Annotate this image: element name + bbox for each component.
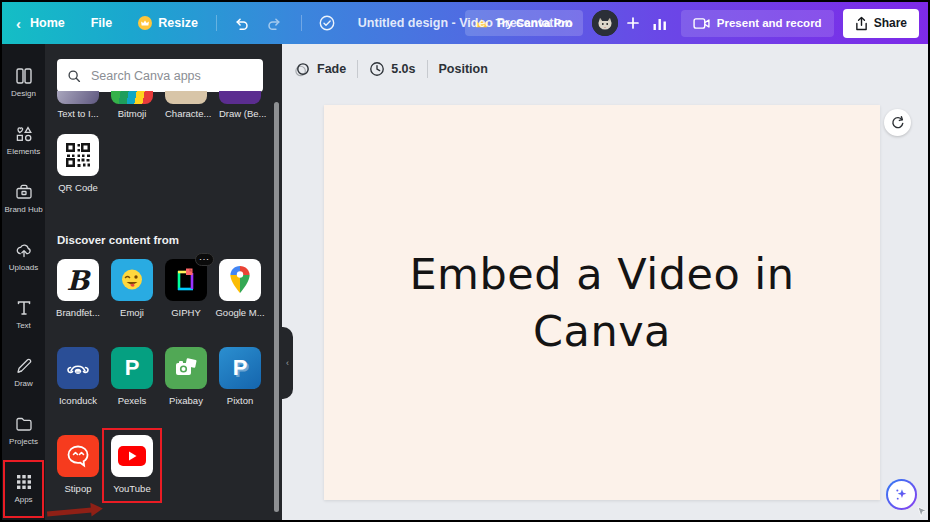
- app-label: GIPHY: [171, 307, 201, 318]
- back-chevron-icon[interactable]: ‹: [16, 15, 21, 32]
- app-google-maps[interactable]: Google M...: [219, 259, 261, 318]
- file-menu-button[interactable]: File: [91, 16, 113, 30]
- toolbar-divider: [427, 60, 428, 78]
- pixton-icon: [219, 347, 261, 389]
- share-button[interactable]: Share: [843, 9, 919, 38]
- design-icon: [14, 66, 34, 86]
- annotation-arrow: [46, 502, 103, 521]
- app-text-to-image[interactable]: [57, 91, 99, 104]
- assistant-sparkle-button[interactable]: [886, 479, 917, 510]
- sidebar-item-label: Elements: [7, 147, 40, 156]
- clock-icon: [369, 61, 385, 77]
- app-label: Stipop: [65, 483, 92, 494]
- search-input[interactable]: [89, 68, 254, 84]
- app-iconduck[interactable]: Iconduck: [57, 347, 99, 406]
- slide-canvas[interactable]: Embed a Video in Canva: [324, 105, 880, 500]
- app-characters[interactable]: [165, 91, 207, 104]
- panel-collapse-tab[interactable]: [282, 327, 293, 399]
- sidebar-item-label: Text: [16, 321, 31, 330]
- uploads-icon: [14, 240, 34, 260]
- account-avatar[interactable]: [592, 10, 618, 36]
- sidebar-item-elements[interactable]: Elements: [2, 116, 45, 164]
- fade-transition-button[interactable]: Fade: [294, 61, 346, 78]
- slide-title-text[interactable]: Embed a Video in Canva: [409, 246, 794, 360]
- sidebar-item-apps[interactable]: Apps: [2, 464, 45, 512]
- app-giphy[interactable]: GIPHY: [165, 259, 207, 318]
- resize-button[interactable]: Resize: [138, 16, 198, 30]
- sidebar-item-label: Apps: [14, 495, 32, 504]
- design-title[interactable]: Untitled design - Video Presentation: [358, 16, 572, 30]
- present-and-record-label: Present and record: [717, 17, 822, 29]
- stipop-icon: [57, 435, 99, 477]
- sidebar-item-brand-hub[interactable]: Brand Hub: [2, 174, 45, 222]
- app-label: Emoji: [120, 307, 144, 318]
- app-label: Bitmoji: [111, 108, 153, 119]
- app-emoji[interactable]: Emoji: [111, 259, 153, 318]
- sidebar-item-label: Projects: [9, 437, 38, 446]
- mouse-cursor: [917, 504, 928, 522]
- app-brandfetch[interactable]: Brandfet...: [57, 259, 99, 318]
- text-icon: [14, 298, 34, 318]
- app-label: Pexels: [118, 395, 147, 406]
- position-label: Position: [439, 62, 488, 76]
- refresh-icon: [890, 115, 905, 130]
- projects-folder-icon: [14, 414, 34, 434]
- pexels-icon: [111, 347, 153, 389]
- canva-app-window: ‹ Home File Resize Untitled design - Vid…: [0, 0, 930, 522]
- scrolled-app-labels: Text to I... Bitmoji Characte... Draw (B…: [57, 108, 261, 119]
- elements-icon: [14, 124, 34, 144]
- draw-icon: [14, 356, 34, 376]
- undo-icon[interactable]: [233, 15, 250, 32]
- sidebar-item-projects[interactable]: Projects: [2, 406, 45, 454]
- sidebar-item-design[interactable]: Design: [2, 58, 45, 106]
- giphy-ellipsis-bubble: [195, 253, 214, 266]
- app-pixabay[interactable]: Pixabay: [165, 347, 207, 406]
- app-bitmoji[interactable]: [111, 91, 153, 104]
- regenerate-button[interactable]: [884, 109, 911, 136]
- qr-code-icon: [57, 134, 99, 176]
- sidebar-item-uploads[interactable]: Uploads: [2, 232, 45, 280]
- duration-value: 5.0s: [391, 62, 415, 76]
- saved-check-icon: [318, 14, 336, 32]
- left-nav-rail: Design Elements Brand Hub Uploads Text D…: [2, 44, 45, 520]
- pixabay-icon: [165, 347, 207, 389]
- app-pixton[interactable]: Pixton: [219, 347, 261, 406]
- app-pexels[interactable]: Pexels: [111, 347, 153, 406]
- sidebar-item-text[interactable]: Text: [2, 290, 45, 338]
- redo-icon[interactable]: [266, 15, 283, 32]
- app-label: Text to I...: [57, 108, 99, 119]
- youtube-icon: [111, 435, 153, 477]
- app-stipop[interactable]: Stipop: [57, 435, 99, 494]
- sparkle-icon: [893, 486, 910, 503]
- app-draw-beta[interactable]: [219, 91, 261, 104]
- brand-hub-icon: [14, 182, 34, 202]
- scrolled-app-row: [57, 91, 261, 104]
- panel-scrollbar[interactable]: [274, 102, 279, 512]
- apps-search-box[interactable]: [57, 59, 263, 92]
- app-label: Google M...: [215, 307, 264, 318]
- app-label: Pixabay: [169, 395, 203, 406]
- fade-label: Fade: [317, 62, 346, 76]
- position-button[interactable]: Position: [439, 62, 488, 76]
- present-and-record-button[interactable]: Present and record: [681, 10, 834, 37]
- topbar-divider: [216, 15, 217, 31]
- share-upload-icon: [855, 16, 868, 31]
- app-youtube[interactable]: YouTube: [111, 435, 153, 494]
- emoji-icon: [111, 259, 153, 301]
- slide-title-line2: Canva: [409, 303, 794, 360]
- section-header: Discover content from: [57, 234, 179, 246]
- insights-chart-icon[interactable]: [652, 16, 668, 31]
- sidebar-item-draw[interactable]: Draw: [2, 348, 45, 396]
- video-camera-icon: [693, 17, 710, 30]
- duration-button[interactable]: 5.0s: [369, 61, 415, 77]
- topbar-left-group: ‹ Home File Resize: [2, 14, 336, 32]
- add-member-icon[interactable]: [627, 17, 639, 29]
- share-label: Share: [874, 16, 907, 30]
- sidebar-item-label: Design: [11, 89, 36, 98]
- iconduck-icon: [57, 347, 99, 389]
- topbar-divider: [301, 15, 302, 31]
- home-button[interactable]: Home: [30, 16, 65, 30]
- app-qr-code[interactable]: QR Code: [57, 134, 99, 193]
- sidebar-item-label: Brand Hub: [4, 205, 42, 214]
- app-label: YouTube: [113, 483, 150, 494]
